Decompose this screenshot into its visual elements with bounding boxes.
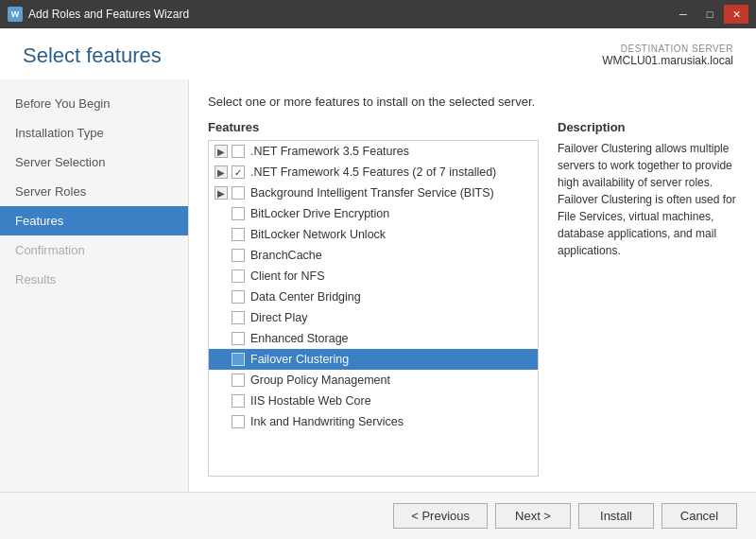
- feature-item-ink[interactable]: Ink and Handwriting Services: [209, 411, 538, 432]
- features-listbox[interactable]: ▶ .NET Framework 3.5 Features ▶ .NET Fra…: [208, 140, 539, 477]
- wizard-content: Select one or more features to install o…: [189, 79, 756, 492]
- destination-server: DESTINATION SERVER WMCLU01.marusiak.loca…: [602, 43, 733, 67]
- checkbox-enhanced-storage[interactable]: [232, 332, 245, 345]
- page-title: Select features: [23, 43, 162, 68]
- checkbox-dcb[interactable]: [232, 290, 245, 304]
- feature-item-net35[interactable]: ▶ .NET Framework 3.5 Features: [209, 141, 538, 162]
- previous-button[interactable]: < Previous: [393, 503, 488, 529]
- feature-item-branchcache[interactable]: BranchCache: [209, 245, 538, 266]
- feature-label-ink: Ink and Handwriting Services: [250, 415, 404, 428]
- feature-label-branchcache: BranchCache: [250, 249, 322, 262]
- checkbox-iis-web-core[interactable]: [232, 394, 245, 408]
- sidebar-item-results: Results: [0, 265, 188, 294]
- features-column: Features ▶ .NET Framework 3.5 Features ▶: [208, 120, 539, 477]
- close-button[interactable]: ✕: [724, 5, 748, 24]
- feature-label-bitlocker-drive: BitLocker Drive Encryption: [250, 207, 389, 220]
- description-header: Description: [558, 120, 737, 134]
- checkbox-net45[interactable]: [232, 165, 245, 179]
- titlebar-controls[interactable]: ─ □ ✕: [671, 5, 748, 24]
- features-header: Features: [208, 120, 539, 134]
- sidebar-item-server-roles[interactable]: Server Roles: [0, 177, 188, 206]
- sidebar-item-confirmation: Confirmation: [0, 235, 188, 265]
- feature-item-bitlocker-drive[interactable]: BitLocker Drive Encryption: [209, 203, 538, 224]
- feature-item-enhanced-storage[interactable]: Enhanced Storage: [209, 328, 538, 349]
- feature-label-iis-web-core: IIS Hostable Web Core: [250, 394, 371, 408]
- app-icon: W: [8, 7, 23, 22]
- feature-item-failover-clustering[interactable]: Failover Clustering: [209, 349, 538, 370]
- sidebar-item-features[interactable]: Features: [0, 206, 188, 235]
- checkbox-client-nfs[interactable]: [232, 270, 245, 283]
- feature-item-dcb[interactable]: Data Center Bridging: [209, 287, 538, 307]
- feature-label-net45: .NET Framework 4.5 Features (2 of 7 inst…: [250, 165, 496, 179]
- feature-label-gpm: Group Policy Management: [250, 374, 390, 387]
- wizard-header: Select features DESTINATION SERVER WMCLU…: [0, 28, 756, 79]
- expand-icon-net45[interactable]: ▶: [215, 165, 228, 179]
- wizard-footer: < Previous Next > Install Cancel: [0, 492, 756, 539]
- checkbox-net35[interactable]: [232, 145, 245, 158]
- feature-item-client-nfs[interactable]: Client for NFS: [209, 266, 538, 287]
- checkbox-direct-play[interactable]: [232, 311, 245, 324]
- feature-item-bits[interactable]: ▶ Background Intelligent Transfer Servic…: [209, 183, 538, 203]
- titlebar: W Add Roles and Features Wizard ─ □ ✕: [0, 0, 756, 28]
- checkbox-failover-clustering[interactable]: [232, 353, 245, 366]
- expand-icon-bits[interactable]: ▶: [215, 186, 228, 200]
- cancel-button[interactable]: Cancel: [662, 503, 737, 529]
- wizard: Select features DESTINATION SERVER WMCLU…: [0, 28, 756, 539]
- description-text: Failover Clustering allows multiple serv…: [558, 140, 737, 259]
- sidebar-item-installation-type[interactable]: Installation Type: [0, 118, 188, 148]
- feature-item-iis-web-core[interactable]: IIS Hostable Web Core: [209, 391, 538, 411]
- titlebar-left: W Add Roles and Features Wizard: [8, 7, 189, 22]
- checkbox-bitlocker-drive[interactable]: [232, 207, 245, 220]
- sidebar-item-server-selection[interactable]: Server Selection: [0, 148, 188, 177]
- feature-item-direct-play[interactable]: Direct Play: [209, 307, 538, 328]
- checkbox-bitlocker-network[interactable]: [232, 228, 245, 241]
- feature-label-enhanced-storage: Enhanced Storage: [250, 332, 349, 345]
- window-title: Add Roles and Features Wizard: [28, 8, 189, 21]
- feature-label-failover-clustering: Failover Clustering: [250, 353, 349, 366]
- maximize-button[interactable]: □: [697, 5, 722, 24]
- checkbox-bits[interactable]: [232, 186, 245, 200]
- sidebar-item-before-you-begin[interactable]: Before You Begin: [0, 89, 188, 118]
- checkbox-branchcache[interactable]: [232, 249, 245, 262]
- feature-item-gpm[interactable]: Group Policy Management: [209, 370, 538, 391]
- checkbox-gpm[interactable]: [232, 374, 245, 387]
- dest-server-label: DESTINATION SERVER: [602, 43, 733, 54]
- checkbox-ink[interactable]: [232, 415, 245, 428]
- expand-icon-net35[interactable]: ▶: [215, 145, 228, 158]
- install-button[interactable]: Install: [578, 503, 654, 529]
- feature-item-bitlocker-network[interactable]: BitLocker Network Unlock: [209, 224, 538, 245]
- feature-label-dcb: Data Center Bridging: [250, 290, 361, 304]
- dest-server-name: WMCLU01.marusiak.local: [602, 54, 733, 67]
- feature-label-direct-play: Direct Play: [250, 311, 307, 324]
- wizard-body: Before You Begin Installation Type Serve…: [0, 79, 756, 492]
- feature-label-bitlocker-network: BitLocker Network Unlock: [250, 228, 386, 241]
- feature-label-net35: .NET Framework 3.5 Features: [250, 145, 409, 158]
- feature-label-client-nfs: Client for NFS: [250, 270, 325, 283]
- feature-item-net45[interactable]: ▶ .NET Framework 4.5 Features (2 of 7 in…: [209, 162, 538, 183]
- next-button[interactable]: Next >: [495, 503, 571, 529]
- feature-label-bits: Background Intelligent Transfer Service …: [250, 186, 494, 200]
- sidebar: Before You Begin Installation Type Serve…: [0, 79, 189, 492]
- description-column: Description Failover Clustering allows m…: [558, 120, 737, 477]
- content-columns: Features ▶ .NET Framework 3.5 Features ▶: [208, 120, 737, 477]
- content-instruction: Select one or more features to install o…: [208, 95, 737, 109]
- app-icon-text: W: [11, 9, 20, 19]
- minimize-button[interactable]: ─: [671, 5, 696, 24]
